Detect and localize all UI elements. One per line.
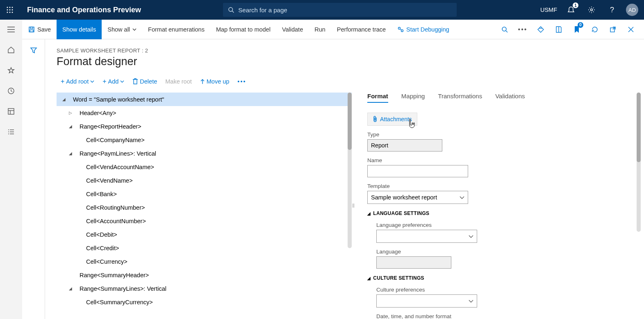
user-avatar[interactable]: AD: [626, 4, 638, 16]
tree-node-label: Cell<RoutingNumber>: [86, 204, 145, 211]
svg-point-9: [229, 7, 233, 11]
attachments-button[interactable]: Attachments: [367, 113, 417, 126]
notification-icon[interactable]: 1: [564, 3, 578, 16]
filter-icon[interactable]: [30, 47, 37, 319]
chevron-down-icon[interactable]: ◢: [67, 124, 74, 129]
arrow-up-icon: [200, 79, 205, 84]
run-button[interactable]: Run: [309, 20, 331, 39]
refresh-icon[interactable]: [587, 22, 602, 37]
chevron-down-icon[interactable]: ◢: [67, 286, 74, 291]
tree-node-label: Cell<Debit>: [86, 231, 117, 238]
svg-rect-27: [30, 30, 33, 32]
delete-button[interactable]: Delete: [132, 78, 157, 85]
tree-row[interactable]: ▷Header<Any>: [57, 106, 352, 120]
tree-node-label: Cell<Bank>: [86, 191, 117, 197]
tree-row[interactable]: Range<SummaryHeader>: [57, 268, 352, 282]
page-toolbar: +Add root +Add Delete Make root Move up …: [57, 78, 633, 85]
popout-icon[interactable]: [605, 22, 620, 37]
tree-node-label: Range<SummaryHeader>: [80, 272, 149, 278]
workspaces-icon[interactable]: [6, 106, 16, 116]
hamburger-icon[interactable]: [6, 25, 16, 34]
tab-transformations[interactable]: Transformations: [438, 93, 482, 103]
chevron-right-icon[interactable]: ▷: [67, 111, 74, 115]
culture-preferences-select[interactable]: [376, 294, 477, 308]
diamond-icon[interactable]: [533, 22, 548, 37]
tree-row[interactable]: Cell<AccountNumber>: [57, 214, 352, 228]
modules-icon[interactable]: [6, 127, 16, 137]
close-icon[interactable]: [624, 22, 638, 37]
properties-scrollbar[interactable]: [637, 93, 641, 232]
search-box[interactable]: [223, 3, 457, 17]
move-up-button[interactable]: Move up: [200, 78, 230, 85]
settings-icon[interactable]: [585, 3, 598, 16]
search-input[interactable]: [238, 7, 452, 14]
add-button[interactable]: +Add: [102, 78, 124, 85]
tree-row[interactable]: Cell<Credit>: [57, 241, 352, 255]
tree-row[interactable]: Cell<RoutingNumber>: [57, 201, 352, 214]
tree-row[interactable]: ◢Range<SummaryLines>: Vertical: [57, 282, 352, 295]
svg-line-10: [232, 11, 234, 13]
tree-row[interactable]: ◢Word = "Sample worksheet report": [57, 93, 352, 106]
recent-icon[interactable]: [6, 86, 16, 96]
tree-row[interactable]: ◢Range<ReportHeader>: [57, 120, 352, 133]
start-debugging-button[interactable]: Start Debugging: [391, 20, 455, 39]
company-label[interactable]: USMF: [540, 7, 557, 13]
left-nav-rail: [0, 20, 22, 319]
app-launcher-icon[interactable]: [0, 0, 20, 20]
culture-settings-header[interactable]: ◢CULTURE SETTINGS: [367, 275, 633, 281]
tree-row[interactable]: Cell<SummaryCurrency>: [57, 295, 352, 309]
tree-node-label: Header<Any>: [80, 110, 116, 116]
chevron-down-icon[interactable]: ◢: [61, 97, 67, 102]
more-actions-icon[interactable]: •••: [515, 22, 530, 37]
tab-validations[interactable]: Validations: [495, 93, 525, 103]
type-input: [367, 139, 442, 152]
show-all-button[interactable]: Show all: [102, 20, 142, 39]
tree-row[interactable]: Cell<VendAccountName>: [57, 160, 352, 174]
main-content: SAMPLE WORKSHEET REPORT : 2 Format desig…: [45, 39, 644, 319]
search-action-icon[interactable]: [497, 22, 512, 37]
splitter-handle[interactable]: ||: [352, 93, 355, 318]
chevron-down-icon[interactable]: ◢: [67, 151, 74, 156]
add-root-button[interactable]: +Add root: [61, 78, 94, 85]
more-icon[interactable]: •••: [237, 78, 246, 85]
tree-node-label: Cell<VendAccountName>: [86, 164, 154, 170]
svg-point-11: [591, 9, 593, 11]
tree-row[interactable]: Cell<CompanyName>: [57, 133, 352, 147]
language-preferences-select[interactable]: [376, 230, 477, 243]
tree-row[interactable]: Cell<Debit>: [57, 228, 352, 241]
tree-node-label: Range<SummaryLines>: Vertical: [80, 285, 166, 292]
tab-format[interactable]: Format: [367, 93, 388, 103]
favorites-icon[interactable]: [6, 66, 16, 75]
tree-row[interactable]: Cell<Bank>: [57, 187, 352, 201]
tab-mapping[interactable]: Mapping: [401, 93, 425, 103]
name-label: Name: [367, 157, 633, 163]
svg-point-3: [7, 9, 8, 11]
chevron-down-icon: [469, 300, 473, 303]
home-icon[interactable]: [6, 45, 16, 55]
bookmark-icon[interactable]: 0: [569, 22, 584, 37]
book-icon[interactable]: [551, 22, 566, 37]
breadcrumb: SAMPLE WORKSHEET REPORT : 2: [57, 48, 633, 54]
map-format-button[interactable]: Map format to model: [210, 20, 276, 39]
chevron-down-icon: [132, 28, 137, 31]
tree-row[interactable]: ◢Range<PaymLines>: Vertical: [57, 147, 352, 160]
svg-rect-26: [30, 27, 33, 29]
help-icon[interactable]: ?: [605, 3, 619, 16]
validate-button[interactable]: Validate: [276, 20, 309, 39]
save-button[interactable]: Save: [23, 20, 57, 39]
filter-column: [22, 39, 45, 319]
show-details-button[interactable]: Show details: [57, 20, 102, 39]
chevron-down-icon: [469, 235, 473, 238]
tree-row[interactable]: Cell<VendName>: [57, 174, 352, 187]
template-select[interactable]: Sample worksheet report: [367, 191, 468, 204]
name-input[interactable]: [367, 165, 468, 177]
tree-row[interactable]: Cell<Currency>: [57, 255, 352, 268]
chevron-down-icon: [90, 80, 94, 83]
performance-trace-button[interactable]: Performance trace: [331, 20, 391, 39]
tree-node-label: Range<ReportHeader>: [80, 123, 141, 130]
format-enumerations-button[interactable]: Format enumerations: [142, 20, 210, 39]
make-root-button: Make root: [165, 78, 191, 85]
notification-badge: 1: [573, 2, 578, 8]
tree-scrollbar[interactable]: [348, 93, 352, 248]
language-settings-header[interactable]: ◢LANGUAGE SETTINGS: [367, 210, 633, 216]
